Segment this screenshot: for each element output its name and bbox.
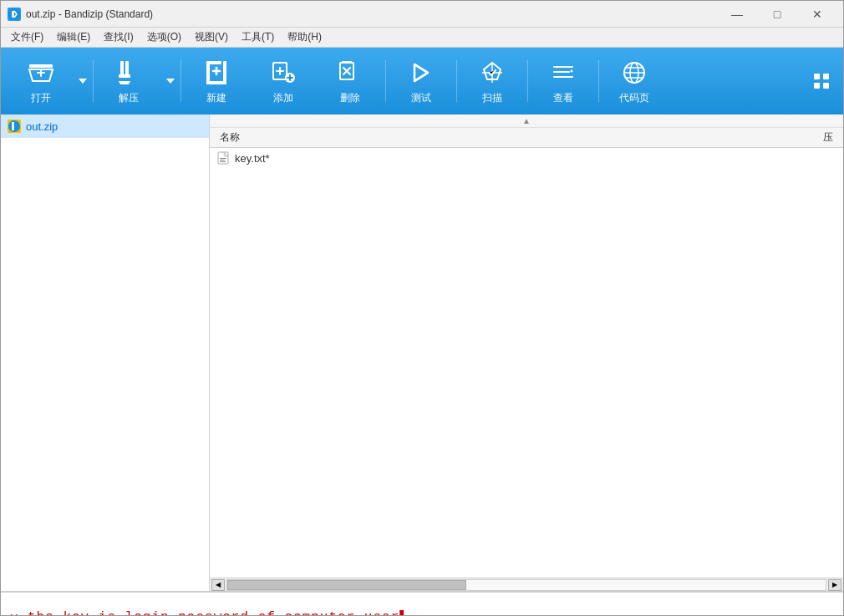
menu-tools[interactable]: 工具(T) <box>235 28 281 47</box>
toolbar-new-button[interactable]: 新建 <box>183 51 250 111</box>
svg-rect-26 <box>220 158 226 159</box>
toolbar-separator-5 <box>527 60 528 102</box>
delete-label: 删除 <box>340 91 360 105</box>
test-label: 测试 <box>411 91 431 105</box>
toolbar-extract-button[interactable]: 解压 <box>95 51 162 111</box>
toolbar-codepage-button[interactable]: 代码页 <box>601 51 668 111</box>
app-icon <box>8 8 21 21</box>
svg-rect-4 <box>119 74 130 78</box>
table-row[interactable]: key.txt* <box>210 148 843 168</box>
new-icon <box>201 58 231 88</box>
toolbar-open-button[interactable]: 打开 <box>8 51 74 111</box>
toolbar-separator-1 <box>93 60 94 102</box>
file-txt-icon <box>216 151 230 165</box>
test-icon <box>406 58 436 88</box>
toolbar-separator-4 <box>456 60 457 102</box>
preview-text: the key is login password of computer us… <box>28 610 409 617</box>
svg-rect-8 <box>223 61 226 84</box>
toolbar: 打开 解压 <box>1 48 843 115</box>
titlebar: out.zip - Bandizip (Standard) — □ ✕ <box>1 1 843 28</box>
scroll-track[interactable] <box>226 579 826 591</box>
preview-close-button[interactable]: ✕ <box>8 611 21 617</box>
extract-icon <box>114 58 144 88</box>
toolbar-view-button[interactable]: 查看 <box>530 51 597 111</box>
menu-edit[interactable]: 编辑(E) <box>50 28 97 47</box>
zip-icon <box>8 120 21 133</box>
sidebar-item-outzip[interactable]: out.zip <box>1 115 209 138</box>
maximize-button[interactable]: □ <box>758 4 796 24</box>
delete-icon <box>335 58 365 88</box>
preview-panel: ✕ the key is login password of computer … <box>1 592 843 616</box>
svg-rect-6 <box>206 61 210 84</box>
svg-rect-28 <box>220 161 226 162</box>
scroll-right-button[interactable]: ▶ <box>828 579 841 591</box>
menu-file[interactable]: 文件(F) <box>4 28 50 47</box>
extract-label: 解压 <box>119 91 139 105</box>
filelist-header: 名称 压 <box>210 128 843 148</box>
svg-rect-14 <box>553 66 573 68</box>
sidebar-item-label: out.zip <box>26 120 58 133</box>
file-name-label: key.txt* <box>235 152 270 165</box>
grid-icon[interactable] <box>806 66 836 96</box>
scroll-left-button[interactable]: ◀ <box>211 579 225 591</box>
svg-rect-12 <box>342 61 352 64</box>
menu-options[interactable]: 选项(O) <box>140 28 188 47</box>
menu-help[interactable]: 帮助(H) <box>281 28 328 47</box>
svg-rect-20 <box>814 74 820 79</box>
add-label: 添加 <box>273 91 293 105</box>
open-arrow[interactable] <box>74 51 91 111</box>
filelist-body: key.txt* <box>210 148 843 578</box>
svg-point-17 <box>571 69 573 72</box>
toolbar-extract-group: 解压 <box>95 51 179 111</box>
menubar: 文件(F) 编辑(E) 查找(I) 选项(O) 视图(V) 工具(T) 帮助(H… <box>1 28 843 48</box>
toolbar-scan-button[interactable]: 扫描 <box>459 51 526 111</box>
extract-arrow[interactable] <box>162 51 179 111</box>
main-content: out.zip ▲ 名称 压 <box>1 115 843 592</box>
toolbar-open-group: 打开 <box>8 51 91 111</box>
svg-rect-16 <box>553 76 573 78</box>
minimize-button[interactable]: — <box>718 4 756 24</box>
titlebar-left: out.zip - Bandizip (Standard) <box>8 8 153 21</box>
toolbar-separator-2 <box>180 60 181 102</box>
svg-rect-15 <box>553 71 570 73</box>
window-title: out.zip - Bandizip (Standard) <box>26 8 153 20</box>
svg-rect-21 <box>823 74 829 79</box>
svg-rect-23 <box>823 83 829 89</box>
toolbar-test-button[interactable]: 测试 <box>388 51 455 111</box>
scan-label: 扫描 <box>482 91 502 105</box>
toolbar-delete-button[interactable]: 删除 <box>317 51 384 111</box>
svg-rect-1 <box>29 64 53 68</box>
col-compress-header: 压 <box>820 130 836 145</box>
toolbar-separator-6 <box>598 60 599 102</box>
menu-find[interactable]: 查找(I) <box>97 28 140 47</box>
horizontal-scrollbar: ◀ ▶ <box>210 578 843 591</box>
window-controls: — □ ✕ <box>718 4 836 24</box>
view-label: 查看 <box>553 91 573 105</box>
menu-view[interactable]: 视图(V) <box>188 28 235 47</box>
col-name-header: 名称 <box>216 130 820 145</box>
scan-icon <box>477 58 507 88</box>
add-icon <box>268 58 298 88</box>
svg-rect-22 <box>814 83 820 89</box>
toolbar-add-button[interactable]: 添加 <box>250 51 317 111</box>
new-label: 新建 <box>206 91 226 105</box>
codepage-icon <box>619 58 649 88</box>
filelist: ▲ 名称 压 key.txt* <box>210 115 843 591</box>
sidebar: out.zip <box>1 115 210 591</box>
codepage-label: 代码页 <box>619 91 649 105</box>
svg-rect-27 <box>220 160 225 160</box>
open-icon <box>26 58 56 88</box>
toolbar-separator-3 <box>385 60 386 102</box>
scroll-up-indicator[interactable]: ▲ <box>522 116 531 125</box>
scroll-thumb[interactable] <box>227 580 466 590</box>
view-icon <box>548 58 578 88</box>
close-button[interactable]: ✕ <box>798 4 836 24</box>
open-label: 打开 <box>31 91 51 105</box>
